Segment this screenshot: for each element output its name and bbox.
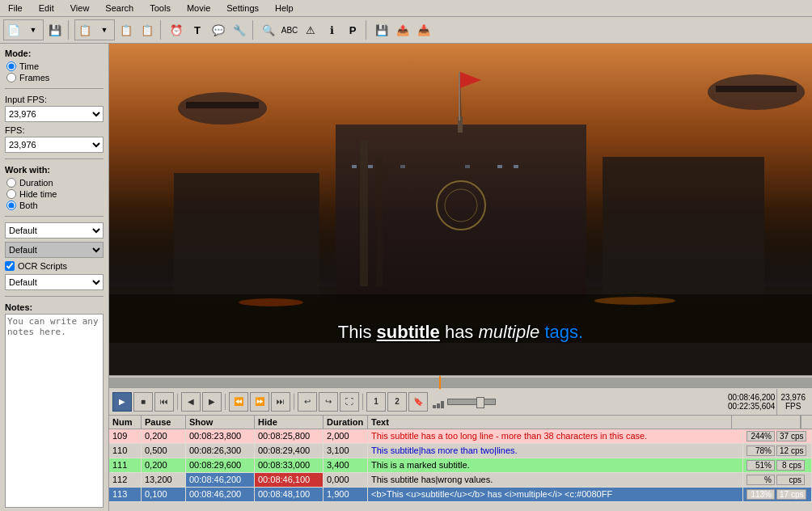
cell-show: 00:08:26,300 <box>186 444 255 458</box>
cps-val: 37 cps <box>776 431 806 441</box>
time-button[interactable]: ⏰ <box>167 20 186 40</box>
work-duration-option[interactable]: Duration <box>6 178 104 188</box>
menu-view[interactable]: View <box>66 2 95 15</box>
svg-rect-23 <box>514 165 518 168</box>
work-hidetime-option[interactable]: Hide time <box>6 189 104 199</box>
work-both-label: Both <box>19 201 38 210</box>
next-button[interactable]: ▶ <box>202 392 222 412</box>
loop-end-button[interactable]: ↪ <box>319 392 338 412</box>
cell-cps: 51% 8 cps <box>743 458 812 472</box>
input-fps-select[interactable]: 23,976 <box>5 106 104 122</box>
work-duration-radio[interactable] <box>6 178 16 188</box>
menu-file[interactable]: File <box>3 2 27 15</box>
cell-num: 110 <box>109 444 142 458</box>
sub2-button[interactable]: 2 <box>387 392 407 412</box>
mode-time-option[interactable]: Time <box>6 61 104 71</box>
table-row[interactable]: 111 0,200 00:08:29,600 00:08:33,000 3,40… <box>109 458 812 473</box>
text-button[interactable]: T <box>188 20 207 40</box>
prev-button[interactable]: ◀ <box>181 392 201 412</box>
menu-search[interactable]: Search <box>100 2 138 15</box>
fps-select[interactable]: 23,976 <box>5 137 104 153</box>
work-with-label: Work with: <box>5 165 104 175</box>
fps-label: FPS <box>785 402 801 411</box>
mode-frames-option[interactable]: Frames <box>6 73 104 82</box>
copy-button[interactable]: 📋 <box>116 20 136 40</box>
notes-textarea[interactable]: You can write any notes here. <box>5 314 104 508</box>
mode-frames-radio[interactable] <box>6 73 16 82</box>
fps-group: FPS: 23,976 <box>5 125 104 153</box>
stop-button[interactable]: ■ <box>133 392 153 412</box>
table-row[interactable]: 112 13,200 00:08:46,200 00:08:46,100 0,0… <box>109 473 812 488</box>
timeline-cursor <box>439 376 441 389</box>
cell-duration: 1,900 <box>324 488 368 501</box>
time-total: 00:22:35,604 <box>728 402 775 411</box>
sub1-button[interactable]: 1 <box>366 392 386 412</box>
mode-time-radio[interactable] <box>6 61 16 71</box>
warning-button[interactable]: ⚠ <box>301 20 320 40</box>
cell-text: <b>This <u>subtitle</u></b> has <i>multi… <box>368 488 743 501</box>
cell-text: This subtitle has a too long line - more… <box>368 429 743 443</box>
save-button[interactable]: 💾 <box>45 20 65 40</box>
cell-cps: 78% 12 cps <box>743 444 812 458</box>
dropdown1[interactable]: Default <box>5 222 104 239</box>
table-row[interactable]: 109 0,200 00:08:23,800 00:08:25,800 2,00… <box>109 429 812 444</box>
svg-rect-22 <box>497 165 502 168</box>
play-button[interactable]: ▶ <box>112 392 132 412</box>
cps-val: 12 cps <box>776 446 806 456</box>
export2-button[interactable]: 📤 <box>393 20 412 40</box>
cell-pause: 0,200 <box>142 458 186 472</box>
import-button[interactable]: 📥 <box>414 20 433 40</box>
time-current: 00:08:46,200 <box>728 393 775 402</box>
fast-fwd-button[interactable]: ⏩ <box>250 392 269 412</box>
info-button[interactable]: ℹ <box>322 20 341 40</box>
grid-body[interactable]: 109 0,200 00:08:23,800 00:08:25,800 2,00… <box>109 429 812 511</box>
ocr-scripts-option[interactable]: OCR Scripts <box>5 261 104 271</box>
menu-help[interactable]: Help <box>270 2 298 15</box>
new-button[interactable]: 📄 <box>4 20 23 40</box>
translate-button[interactable]: 📋 <box>75 20 95 40</box>
loop-button[interactable]: ↩ <box>298 392 317 412</box>
p-button[interactable]: P <box>343 20 362 40</box>
cell-duration: 0,000 <box>324 473 368 487</box>
cell-pause: 0,100 <box>142 488 186 501</box>
step-back-button[interactable]: ⏮ <box>154 392 174 412</box>
volume-slider[interactable] <box>447 399 496 405</box>
paste-button[interactable]: 📋 <box>137 20 157 40</box>
header-pause: Pause <box>142 416 186 429</box>
export-button[interactable]: 💾 <box>372 20 391 40</box>
translate-dropdown[interactable]: ▼ <box>95 20 114 40</box>
work-both-option[interactable]: Both <box>6 201 104 210</box>
cell-show: 00:08:46,200 <box>186 488 255 501</box>
work-both-radio[interactable] <box>6 201 16 210</box>
cps-val: 17 cps <box>776 489 806 500</box>
ocr-scripts-checkbox[interactable] <box>5 261 15 271</box>
search-button[interactable]: 🔍 <box>259 20 278 40</box>
input-fps-group: Input FPS: 23,976 <box>5 95 104 122</box>
menu-movie[interactable]: Movie <box>182 2 215 15</box>
open-dropdown[interactable]: ▼ <box>23 20 43 40</box>
table-row[interactable]: 113 0,100 00:08:46,200 00:08:48,100 1,90… <box>109 488 812 502</box>
menu-edit[interactable]: Edit <box>34 2 59 15</box>
dropdown2[interactable]: Default <box>5 242 104 258</box>
cell-text: This subtitle has|wrong values. <box>368 473 743 487</box>
cps-pct: % <box>746 475 775 485</box>
fast-back-button[interactable]: ⏪ <box>229 392 248 412</box>
dropdown3[interactable]: Default <box>5 274 104 290</box>
mark-button[interactable]: 🔖 <box>408 392 428 412</box>
timeline[interactable] <box>109 375 812 388</box>
tools-button[interactable]: 🔧 <box>230 20 249 40</box>
cell-text: This is a marked subtitle. <box>368 458 743 472</box>
video-area[interactable]: This subtitle has multiple tags. <box>109 44 812 375</box>
notes-section: Notes: You can write any notes here. <box>5 302 104 508</box>
cell-pause: 0,500 <box>142 444 186 458</box>
menu-settings[interactable]: Settings <box>222 2 264 15</box>
spellcheck-button[interactable]: ABC <box>280 20 299 40</box>
table-row[interactable]: 110 0,500 00:08:26,300 00:08:29,400 3,10… <box>109 444 812 458</box>
work-hidetime-radio[interactable] <box>6 189 16 199</box>
work-with-radio-group: Duration Hide time Both <box>5 178 104 210</box>
comment-button[interactable]: 💬 <box>209 20 228 40</box>
fullscreen-button[interactable]: ⛶ <box>340 392 359 412</box>
menu-tools[interactable]: Tools <box>145 2 176 15</box>
volume-bars <box>433 395 444 408</box>
end-button[interactable]: ⏭ <box>271 392 290 412</box>
